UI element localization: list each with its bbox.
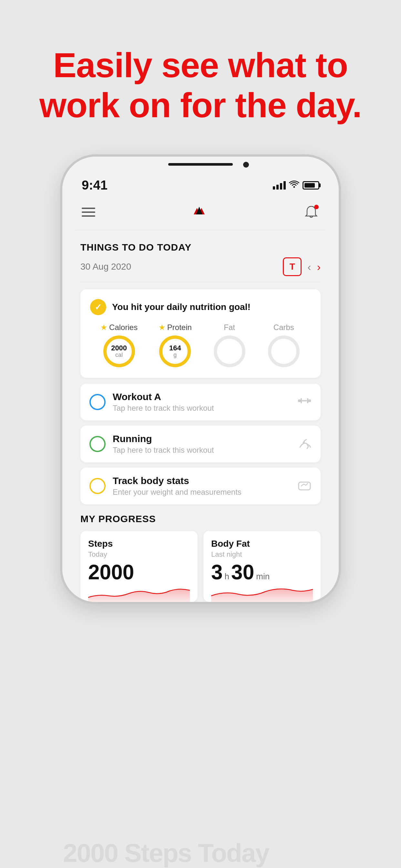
macro-label-fat: Fat xyxy=(224,323,235,332)
calories-unit: cal xyxy=(111,352,127,359)
check-mark: ✓ xyxy=(95,302,102,312)
time-hours: 3 xyxy=(211,562,223,583)
macro-label-carbs: Carbs xyxy=(274,323,294,332)
task-circle-running xyxy=(89,436,105,452)
scale-icon xyxy=(297,479,312,493)
main-content: THINGS TO DO TODAY 30 Aug 2020 T ‹ › ✓ xyxy=(62,230,339,602)
macro-protein: ★ Protein 164 g xyxy=(158,323,192,368)
svg-rect-14 xyxy=(302,400,307,401)
macro-calories: ★ Calories 2000 cal xyxy=(100,323,137,368)
notification-bell[interactable] xyxy=(303,204,319,220)
app-header xyxy=(62,196,339,230)
date-controls: T ‹ › xyxy=(283,257,320,276)
date-nav: 30 Aug 2020 T ‹ › xyxy=(81,257,320,276)
task-info-workout-a: Workout A Tap here to track this workout xyxy=(113,392,214,413)
notch-camera-dot xyxy=(243,162,249,167)
steps-card: Steps Today 2000 xyxy=(81,531,197,602)
protein-unit: g xyxy=(169,352,181,359)
logo-svg xyxy=(188,201,211,223)
notch-area xyxy=(62,157,339,175)
body-fat-card: Body Fat Last night 3 h 30 min xyxy=(204,531,320,602)
battery-icon xyxy=(303,181,319,190)
ring-carbs xyxy=(267,335,301,368)
notch-pill xyxy=(168,163,233,166)
task-subtitle-body-stats: Enter your weight and measurements xyxy=(113,488,242,497)
task-info-running: Running Tap here to track this workout xyxy=(113,433,214,455)
steps-value: 2000 xyxy=(88,562,190,583)
star-icon-protein: ★ xyxy=(158,323,166,332)
status-bar: 9:41 xyxy=(62,175,339,196)
today-button[interactable]: T xyxy=(283,257,302,276)
steps-promo-text: 2000 Steps Today xyxy=(63,838,269,868)
nutrition-goal-text: You hit your daily nutrition goal! xyxy=(112,302,251,312)
menu-button[interactable] xyxy=(82,208,95,217)
svg-rect-13 xyxy=(307,398,308,403)
progress-cards: Steps Today 2000 xyxy=(81,531,320,602)
task-name-body-stats: Track body stats xyxy=(113,475,242,486)
section-divider xyxy=(81,282,320,282)
phone-wrapper: 9:41 xyxy=(60,154,341,604)
svg-rect-11 xyxy=(308,399,311,402)
wifi-icon xyxy=(289,180,299,191)
macros-grid: ★ Calories 2000 cal xyxy=(90,323,311,368)
task-circle-workout-a xyxy=(89,394,105,410)
body-fat-chart xyxy=(211,585,313,602)
time-min-unit: min xyxy=(256,572,270,581)
body-fat-label: Body Fat xyxy=(211,538,313,549)
hero-section: Easily see what to work on for the day. xyxy=(13,45,388,125)
ring-protein: 164 g xyxy=(158,335,192,368)
signal-icon xyxy=(273,181,286,190)
task-info-body-stats: Track body stats Enter your weight and m… xyxy=(113,475,242,497)
steps-label: Steps xyxy=(88,538,190,549)
macro-carbs: Carbs xyxy=(267,323,301,368)
body-fat-sublabel: Last night xyxy=(211,550,313,559)
svg-point-9 xyxy=(270,337,298,366)
svg-point-8 xyxy=(215,337,244,366)
task-workout-a[interactable]: Workout A Tap here to track this workout xyxy=(81,383,320,421)
body-fat-value: 3 h 30 min xyxy=(211,562,313,583)
prev-arrow[interactable]: ‹ xyxy=(307,260,311,273)
steps-chart xyxy=(88,585,190,602)
task-body-stats[interactable]: Track body stats Enter your weight and m… xyxy=(81,468,320,504)
calories-value: 2000 xyxy=(111,345,127,352)
task-subtitle-workout-a: Tap here to track this workout xyxy=(113,404,214,413)
check-circle: ✓ xyxy=(90,299,106,315)
macro-fat: Fat xyxy=(213,323,246,368)
time-h-unit: h xyxy=(225,572,229,581)
workout-icon xyxy=(297,394,312,411)
app-logo xyxy=(188,201,211,223)
time-minutes: 30 xyxy=(231,562,254,583)
svg-rect-12 xyxy=(301,398,302,403)
steps-sublabel: Today xyxy=(88,550,190,559)
phone-frame: 9:41 xyxy=(60,154,341,604)
date-display: 30 Aug 2020 xyxy=(81,261,131,272)
hero-title: Easily see what to work on for the day. xyxy=(39,45,362,125)
task-subtitle-running: Tap here to track this workout xyxy=(113,445,214,455)
nutrition-card: ✓ You hit your daily nutrition goal! ★ C… xyxy=(81,289,320,378)
svg-rect-15 xyxy=(299,482,310,490)
macro-label-protein: ★ Protein xyxy=(158,323,192,332)
task-name-running: Running xyxy=(113,433,214,444)
ring-calories: 2000 cal xyxy=(102,335,136,368)
running-icon xyxy=(297,437,312,451)
task-running[interactable]: Running Tap here to track this workout xyxy=(81,426,320,462)
status-icons xyxy=(273,180,319,191)
task-name-workout-a: Workout A xyxy=(113,392,214,402)
macro-label-calories: ★ Calories xyxy=(100,323,137,332)
protein-value: 164 xyxy=(169,345,181,352)
nutrition-header: ✓ You hit your daily nutrition goal! xyxy=(90,299,311,315)
next-arrow[interactable]: › xyxy=(317,260,320,273)
svg-rect-10 xyxy=(298,399,301,402)
ring-fat xyxy=(213,335,246,368)
star-icon: ★ xyxy=(100,323,107,332)
status-time: 9:41 xyxy=(82,178,107,192)
section-title: THINGS TO DO TODAY xyxy=(81,242,320,253)
task-circle-body-stats xyxy=(89,478,105,494)
svg-point-0 xyxy=(294,186,295,188)
progress-title: MY PROGRESS xyxy=(81,514,320,524)
